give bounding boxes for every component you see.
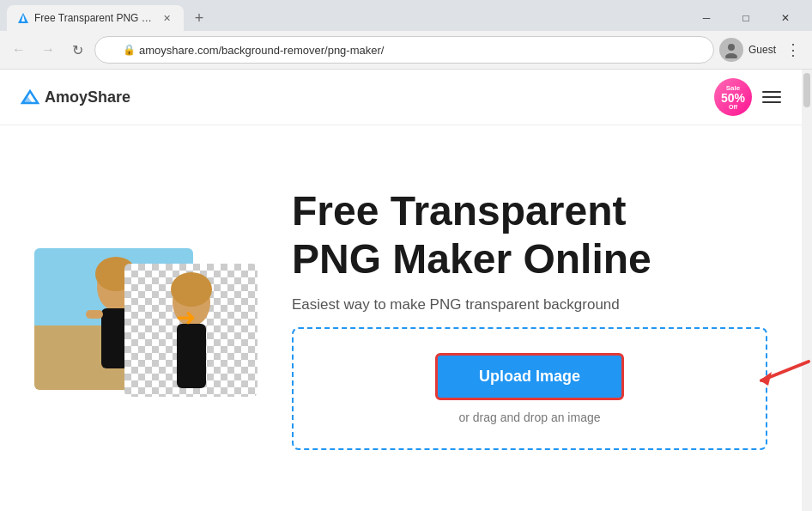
upload-zone[interactable]: Upload Image or drag and drop an image [292, 327, 767, 450]
hamburger-menu[interactable] [762, 91, 781, 103]
logo-text: AmoyShare [45, 88, 130, 106]
browser-chrome: Free Transparent PNG Maker - ✕ + ─ □ ✕ ←… [0, 0, 812, 70]
transform-arrow-icon: ➜ [176, 302, 196, 331]
svg-point-19 [171, 272, 212, 307]
svg-point-3 [725, 53, 737, 58]
sale-off: Off [729, 104, 737, 110]
maximize-button[interactable]: □ [726, 3, 766, 33]
url-text: amoyshare.com/background-remover/png-mak… [139, 44, 384, 57]
scrollbar-track[interactable] [802, 70, 812, 511]
drag-drop-text: or drag and drop an image [459, 411, 601, 424]
svg-rect-11 [86, 310, 103, 319]
minimize-button[interactable]: ─ [687, 3, 726, 33]
tab-close-button[interactable]: ✕ [160, 11, 173, 25]
red-arrow-annotation [753, 353, 812, 399]
address-bar: ← → ↻ 🔒 amoyshare.com/background-remover… [0, 31, 812, 69]
active-tab[interactable]: Free Transparent PNG Maker - ✕ [7, 5, 184, 31]
main-title: Free Transparent PNG Maker Online [292, 187, 767, 282]
svg-rect-20 [177, 324, 206, 388]
forward-button[interactable]: → [36, 38, 60, 62]
main-area: ➜ ✦ [0, 125, 802, 511]
site-header: AmoyShare Sale 50% Off [0, 70, 802, 125]
svg-point-2 [728, 44, 735, 51]
browser-menu-button[interactable]: ⋮ [781, 38, 805, 62]
right-content: Free Transparent PNG Maker Online Easies… [292, 187, 767, 449]
page-content: AmoyShare Sale 50% Off [0, 70, 812, 511]
window-controls: ─ □ ✕ [687, 3, 805, 33]
tab-bar: Free Transparent PNG Maker - ✕ + ─ □ ✕ [0, 0, 812, 31]
back-button[interactable]: ← [7, 38, 31, 62]
upload-image-button[interactable]: Upload Image [435, 353, 624, 400]
subtitle: Easiest way to make PNG transparent back… [292, 296, 767, 313]
tab-favicon [17, 12, 29, 24]
tab-title: Free Transparent PNG Maker - [34, 12, 155, 24]
new-tab-button[interactable]: + [187, 6, 211, 30]
scrollbar-thumb[interactable] [803, 73, 810, 107]
url-bar[interactable]: 🔒 amoyshare.com/background-remover/png-m… [94, 36, 714, 64]
sale-badge[interactable]: Sale 50% Off [714, 78, 752, 116]
demo-image-area: ➜ ✦ [34, 248, 258, 390]
header-right: Sale 50% Off [714, 78, 781, 116]
sale-percent: 50% [721, 92, 745, 104]
logo-area: AmoyShare [21, 88, 130, 106]
page-inner: AmoyShare Sale 50% Off [0, 70, 802, 511]
close-button[interactable]: ✕ [766, 3, 805, 33]
guest-label: Guest [748, 44, 776, 56]
refresh-button[interactable]: ↻ [65, 38, 89, 62]
profile-button[interactable] [719, 38, 743, 62]
logo-icon [21, 88, 39, 106]
